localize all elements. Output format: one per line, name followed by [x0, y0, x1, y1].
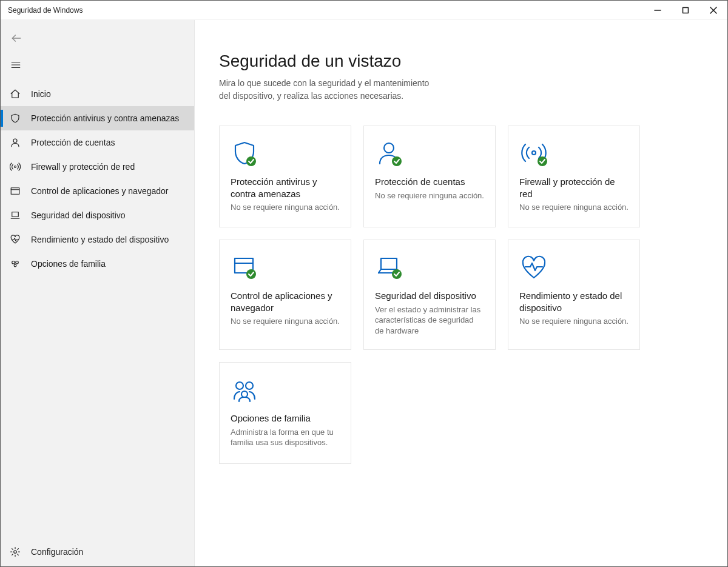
- page-subtitle: Mira lo que sucede con la seguridad y el…: [219, 77, 437, 102]
- nav-label: Protección antivirus y contra amenazas: [31, 113, 179, 123]
- svg-point-20: [532, 151, 536, 155]
- window-icon: [9, 185, 21, 197]
- main-content: Seguridad de un vistazo Mira lo que suce…: [195, 20, 727, 566]
- svg-rect-25: [381, 258, 397, 269]
- card-desc: Ver el estado y administrar las caracter…: [375, 304, 484, 337]
- hamburger-button[interactable]: [1, 52, 194, 78]
- gear-icon: [9, 546, 21, 558]
- svg-rect-10: [11, 188, 19, 195]
- card-family[interactable]: Opciones de familia Administra la forma …: [219, 362, 351, 464]
- laptop-check-icon: [375, 253, 484, 286]
- svg-point-24: [246, 269, 256, 279]
- page-title: Seguridad de un vistazo: [219, 52, 703, 71]
- card-desc: Administra la forma en que tu familia us…: [231, 427, 340, 448]
- card-title: Rendimiento y estado del dispositivo: [519, 290, 629, 314]
- nav-item-settings[interactable]: Configuración: [1, 537, 194, 566]
- card-devicesec[interactable]: Seguridad del dispositivo Ver el estado …: [363, 240, 496, 350]
- window-check-icon: [231, 253, 340, 286]
- svg-point-17: [246, 156, 256, 166]
- laptop-icon: [9, 209, 21, 221]
- nav-item-virus[interactable]: Protección antivirus y contra amenazas: [1, 106, 194, 130]
- svg-point-8: [13, 139, 17, 143]
- svg-point-28: [246, 382, 253, 389]
- svg-point-14: [16, 261, 19, 264]
- titlebar: Seguridad de Windows: [1, 1, 727, 20]
- nav-label: Rendimiento y estado del dispositivo: [31, 235, 169, 244]
- svg-point-13: [12, 261, 15, 264]
- nav-item-appbrowser[interactable]: Control de aplicaciones y navegador: [1, 179, 194, 203]
- card-desc: No se requiere ninguna acción.: [375, 190, 484, 201]
- sidebar: Inicio Protección antivirus y contra ame…: [1, 20, 195, 566]
- svg-point-9: [15, 166, 16, 168]
- back-button[interactable]: [1, 25, 194, 52]
- nav-item-account[interactable]: Protección de cuentas: [1, 130, 194, 155]
- card-desc: No se requiere ninguna acción.: [519, 202, 629, 213]
- card-title: Opciones de familia: [231, 412, 340, 424]
- family-icon: [231, 376, 340, 409]
- nav-label: Seguridad del dispositivo: [31, 210, 126, 220]
- svg-point-19: [392, 156, 402, 166]
- home-icon: [9, 88, 21, 100]
- nav-label: Firewall y protección de red: [31, 162, 135, 172]
- card-title: Seguridad del dispositivo: [375, 290, 484, 302]
- svg-point-21: [538, 156, 547, 166]
- card-title: Protección de cuentas: [375, 176, 484, 188]
- card-account[interactable]: Protección de cuentas No se requiere nin…: [363, 126, 496, 227]
- minimize-button[interactable]: [644, 1, 672, 20]
- card-performance[interactable]: Rendimiento y estado del dispositivo No …: [508, 240, 640, 350]
- nav-label: Inicio: [31, 89, 51, 99]
- nav: Inicio Protección antivirus y contra ame…: [1, 82, 194, 276]
- card-appbrowser[interactable]: Control de aplicaciones y navegador No s…: [219, 240, 351, 350]
- card-title: Firewall y protección de red: [519, 176, 629, 200]
- nav-item-home[interactable]: Inicio: [1, 82, 194, 106]
- person-check-icon: [375, 139, 484, 172]
- nav-item-devicesec[interactable]: Seguridad del dispositivo: [1, 203, 194, 227]
- heart-icon: [9, 233, 21, 246]
- settings-label: Configuración: [31, 547, 83, 557]
- card-firewall[interactable]: Firewall y protección de red No se requi…: [508, 126, 640, 227]
- person-icon: [9, 136, 21, 149]
- card-virus[interactable]: Protección antivirus y contra amenazas N…: [219, 126, 351, 227]
- shield-icon: [9, 112, 21, 124]
- nav-item-performance[interactable]: Rendimiento y estado del dispositivo: [1, 227, 194, 252]
- card-desc: No se requiere ninguna acción.: [231, 202, 340, 213]
- window-title: Seguridad de Windows: [1, 6, 83, 15]
- cards-grid: Protección antivirus y contra amenazas N…: [219, 126, 703, 464]
- svg-point-15: [14, 264, 16, 267]
- svg-point-16: [14, 551, 17, 554]
- card-desc: No se requiere ninguna acción.: [519, 316, 629, 327]
- svg-rect-12: [12, 212, 19, 217]
- heart-pulse-icon: [519, 253, 629, 286]
- close-button[interactable]: [699, 1, 727, 20]
- nav-label: Protección de cuentas: [31, 138, 115, 147]
- antenna-check-icon: [519, 139, 629, 172]
- card-title: Protección antivirus y contra amenazas: [231, 176, 340, 200]
- svg-point-29: [241, 391, 248, 397]
- family-icon: [9, 258, 21, 270]
- card-desc: No se requiere ninguna acción.: [231, 316, 340, 327]
- svg-point-26: [392, 269, 402, 279]
- nav-label: Opciones de familia: [31, 259, 106, 269]
- antenna-icon: [9, 161, 21, 173]
- svg-rect-1: [683, 7, 689, 13]
- window-controls: [644, 1, 727, 20]
- svg-point-27: [236, 382, 243, 389]
- maximize-button[interactable]: [672, 1, 699, 20]
- card-title: Control de aplicaciones y navegador: [231, 290, 340, 314]
- shield-check-icon: [231, 139, 340, 172]
- nav-label: Control de aplicaciones y navegador: [31, 186, 168, 196]
- nav-item-family[interactable]: Opciones de familia: [1, 252, 194, 276]
- svg-point-18: [384, 143, 394, 153]
- nav-item-firewall[interactable]: Firewall y protección de red: [1, 155, 194, 179]
